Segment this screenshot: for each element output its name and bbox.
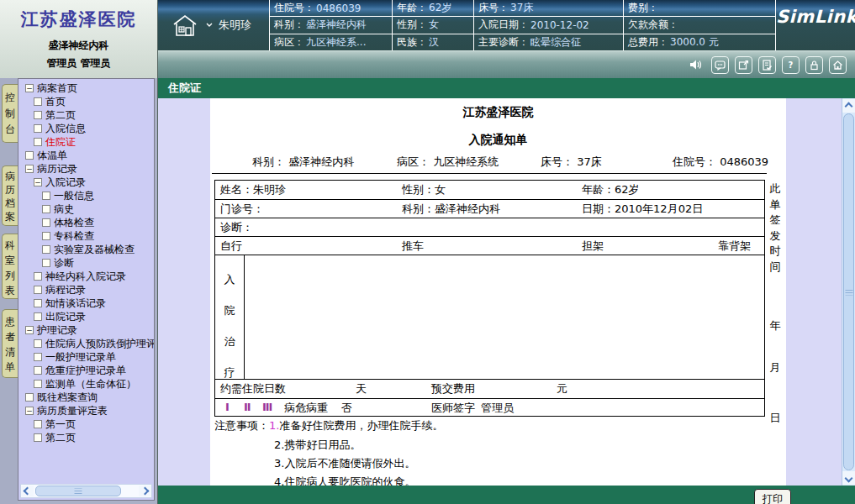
tree-item[interactable]: 入院信息 [22,122,154,135]
checkbox-icon[interactable] [34,272,42,281]
expand-toggle-icon[interactable]: − [34,178,42,186]
tree-item-label[interactable]: 诊断 [54,256,74,270]
expand-toggle-icon[interactable]: − [25,407,34,415]
new-window-button[interactable] [735,56,752,74]
checkbox-icon[interactable] [34,339,42,348]
report-button[interactable] [758,56,776,74]
print-button[interactable]: 打印 [754,489,791,504]
checkbox-icon[interactable] [42,205,50,213]
tree-item-label[interactable]: 第一页 [45,417,76,432]
tree-item-label[interactable]: 出院记录 [45,310,86,324]
checkbox-icon[interactable] [34,286,42,294]
expand-toggle-icon[interactable]: − [25,84,34,92]
tree-item-label[interactable]: 实验室及器械检查 [54,243,135,257]
tree-item[interactable]: 体温单 [22,149,154,162]
tree-item[interactable]: 病程记录 [22,283,154,297]
help-button[interactable]: ? [782,56,800,74]
tree-item[interactable]: 住院病人预防跌倒护理评 [22,337,154,350]
tree-item[interactable]: 专科检查 [22,229,154,243]
content-vertical-scrollbar[interactable] [842,98,855,486]
tree-item-label[interactable]: 病历质量评定表 [37,404,108,418]
tree-item-label[interactable]: 专科检查 [54,229,94,244]
tree-item-label[interactable]: 病历记录 [37,162,77,176]
tree-item[interactable]: 一般信息 [22,189,154,202]
tree-item[interactable]: −病历质量评定表 [22,404,154,417]
rail-tab-medical-records[interactable]: 病历档案 [2,165,18,226]
message-button[interactable] [711,56,729,74]
tree-item-label[interactable]: 体格检查 [54,216,94,230]
tree-item[interactable]: 住院证 [22,135,154,149]
tree-item-label[interactable]: 入院信息 [45,122,86,136]
tree-item-label[interactable]: 首页 [45,95,66,109]
tree-item[interactable]: 首页 [22,95,154,108]
checkbox-icon[interactable] [34,420,42,428]
tree-item[interactable]: 一般护理记录单 [22,350,154,364]
tree-horizontal-scrollbar[interactable] [20,484,152,498]
checkbox-icon[interactable] [25,151,34,160]
tree-item[interactable]: 监测单（生命体征） [22,377,154,391]
tree-item-label[interactable]: 一般信息 [54,189,94,203]
tree-item-label[interactable]: 监测单（生命体征） [45,377,136,391]
rail-tab-console[interactable]: 控制台 [2,84,18,143]
tree-item-label[interactable]: 体温单 [37,149,67,163]
tree-item-label[interactable]: 一般护理记录单 [45,350,116,365]
checkbox-icon[interactable] [34,380,42,388]
tree-item-label[interactable]: 神经内科入院记录 [45,270,126,284]
tree-item[interactable]: −病历记录 [22,162,154,176]
scroll-right-button[interactable] [139,486,151,496]
tree-item-label[interactable]: 病案首页 [37,81,77,96]
tree-item-label[interactable]: 病史 [54,202,74,217]
expand-toggle-icon[interactable]: − [25,165,34,173]
checkbox-icon[interactable] [34,433,42,442]
tree-item[interactable]: −入院记录 [22,176,154,189]
tree-item-label[interactable]: 病程记录 [45,283,86,297]
tree-item-label[interactable]: 住院病人预防跌倒护理评 [45,337,154,351]
tree-item[interactable]: 病史 [22,202,154,216]
tree-item[interactable]: 出院记录 [22,310,154,323]
tree-item-label[interactable]: 入院记录 [45,176,86,190]
tree-item[interactable]: 第一页 [22,417,154,431]
tree-item[interactable]: −护理记录 [22,323,154,337]
tree-item[interactable]: 神经内科入院记录 [22,270,154,283]
checkbox-icon[interactable] [34,366,42,375]
tree-item-label[interactable]: 住院证 [45,135,76,150]
tree-item-label[interactable]: 护理记录 [37,323,77,338]
tree-item[interactable]: 诊断 [22,256,154,270]
tree-item[interactable]: 第二页 [22,431,154,444]
checkbox-icon[interactable] [34,312,42,321]
scroll-down-button[interactable] [842,471,855,485]
tree-item[interactable]: 体格检查 [22,216,154,229]
tree-item-label[interactable]: 第二页 [45,108,76,123]
checkbox-icon[interactable] [42,245,50,254]
checkbox-icon[interactable] [42,232,50,240]
rail-tab-department-list[interactable]: 科室列表 [2,234,18,299]
tree-item[interactable]: 危重症护理记录单 [22,364,154,377]
tree-item-label[interactable]: 知情谈话记录 [45,297,106,311]
tree-item-label[interactable]: 既往档案查询 [37,391,98,405]
expand-toggle-icon[interactable]: − [25,326,34,334]
checkbox-icon[interactable] [25,393,34,402]
tree-item-label[interactable]: 危重症护理记录单 [45,364,126,378]
tree-item[interactable]: 实验室及器械检查 [22,243,154,256]
rail-tab-patient-list[interactable]: 患者清单 [2,309,18,378]
checkbox-icon[interactable] [42,259,50,267]
volume-button[interactable] [687,57,705,73]
checkbox-icon[interactable] [42,192,50,200]
lock-button[interactable] [805,56,823,74]
checkbox-icon[interactable] [34,97,42,106]
scrollbar-thumb[interactable] [35,486,121,496]
tree-item[interactable]: −病案首页 [22,81,154,95]
checkbox-icon[interactable] [42,218,50,227]
checkbox-icon[interactable] [34,353,42,361]
tree-item[interactable]: 知情谈话记录 [22,297,154,310]
patient-selector[interactable]: 朱明珍 [158,0,269,50]
home-button[interactable] [829,56,847,74]
tree-item-label[interactable]: 第二页 [45,431,76,445]
checkbox-icon[interactable] [34,138,42,146]
tree-item[interactable]: 既往档案查询 [22,391,154,404]
scroll-left-button[interactable] [21,486,34,496]
checkbox-icon[interactable] [34,299,42,307]
tree-item[interactable]: 第二页 [22,108,154,122]
checkbox-icon[interactable] [34,111,42,119]
scrollbar-thumb[interactable] [843,113,854,470]
